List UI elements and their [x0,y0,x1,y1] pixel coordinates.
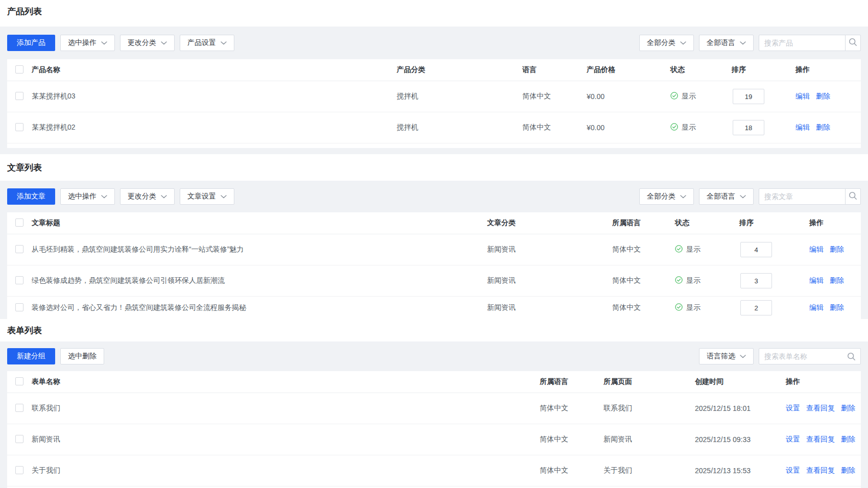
col-header-actions: 操作 [784,377,861,386]
row-checkbox[interactable] [15,404,23,412]
products-toolbar-right: 全部分类 全部语言 [639,35,861,51]
delete-link[interactable]: 删除 [830,245,844,254]
status-badge: 显示 [675,276,739,285]
change-category-dropdown[interactable]: 更改分类 [120,188,175,205]
category-filter-dropdown[interactable]: 全部分类 [639,188,694,205]
selected-action-dropdown[interactable]: 选中操作 [60,188,115,205]
chevron-down-icon [221,41,227,45]
delete-link[interactable]: 删除 [830,276,844,285]
row-checkbox[interactable] [15,276,23,284]
col-header-language: 所属语言 [612,218,675,228]
section-gap [0,148,868,154]
row-checkbox[interactable] [15,466,23,474]
language-filter-dropdown[interactable]: 全部语言 [699,35,754,51]
article-search-input[interactable] [759,188,846,205]
delete-link[interactable]: 删除 [830,303,844,312]
settings-link[interactable]: 设置 [786,404,800,413]
article-search-button[interactable] [845,188,861,205]
product-name: 某某搅拌机03 [32,92,397,101]
edit-link[interactable]: 编辑 [795,92,810,101]
row-checkbox[interactable] [15,303,23,311]
language-filter-dropdown[interactable]: 全部语言 [699,188,754,205]
col-header-status: 状态 [670,65,732,75]
form-language: 简体中文 [540,466,604,475]
edit-link[interactable]: 编辑 [809,276,824,285]
product-search-button[interactable] [845,35,861,51]
sort-input[interactable] [740,300,772,315]
products-table-header: 产品名称 产品分类 语言 产品价格 状态 排序 操作 [7,59,861,81]
row-actions: 编辑 删除 [795,245,861,254]
sort-input[interactable] [740,273,772,288]
articles-toolbar: 添加文章 选中操作 更改分类 文章设置 全部分类 全部语言 [0,181,868,212]
col-header-actions: 操作 [788,65,861,75]
edit-link[interactable]: 编辑 [795,123,810,132]
view-replies-link[interactable]: 查看回复 [806,466,835,475]
language-filter-dropdown[interactable]: 语言筛选 [699,348,754,364]
row-actions: 设置 查看回复 删除 [784,404,861,413]
edit-link[interactable]: 编辑 [809,245,824,254]
edit-link[interactable]: 编辑 [809,303,824,312]
delete-selected-label: 选中删除 [68,352,97,361]
article-language: 简体中文 [612,245,675,254]
row-checkbox[interactable] [15,92,23,100]
add-article-button[interactable]: 添加文章 [7,188,55,205]
col-header-title: 文章标题 [32,218,487,228]
check-circle-icon [675,276,683,285]
article-search [759,188,861,205]
product-language: 简体中文 [522,92,587,101]
form-name: 关于我们 [32,466,540,475]
change-category-dropdown[interactable]: 更改分类 [120,35,175,51]
add-product-button[interactable]: 添加产品 [7,35,55,51]
delete-link[interactable]: 删除 [841,435,855,444]
articles-section: 文章列表 添加文章 选中操作 更改分类 文章设置 全部分类 全部语 [0,154,868,319]
change-category-label: 更改分类 [128,38,156,47]
selected-action-dropdown[interactable]: 选中操作 [60,35,115,51]
article-title: 绿色装修成趋势，鼎筑空间建筑装修公司引领环保人居新潮流 [32,276,487,285]
col-header-category: 文章分类 [487,218,612,228]
product-settings-dropdown[interactable]: 产品设置 [180,35,234,51]
status-badge: 显示 [675,245,739,254]
article-category: 新闻资讯 [487,303,612,312]
chevron-down-icon [161,41,167,45]
delete-link[interactable]: 删除 [841,404,855,413]
sort-input[interactable] [740,242,772,257]
delete-link[interactable]: 删除 [816,92,830,101]
status-label: 显示 [686,245,701,254]
settings-link[interactable]: 设置 [786,466,800,475]
view-replies-link[interactable]: 查看回复 [806,404,835,413]
view-replies-link[interactable]: 查看回复 [806,435,835,444]
sort-input[interactable] [733,89,764,104]
delete-link[interactable]: 删除 [841,466,855,475]
new-group-button[interactable]: 新建分组 [7,348,55,364]
select-all-checkbox[interactable] [15,377,23,385]
settings-link[interactable]: 设置 [786,435,800,444]
forms-toolbar-left: 新建分组 选中删除 [7,348,104,364]
article-category: 新闻资讯 [487,245,612,254]
chevron-down-icon [680,195,686,199]
search-icon [849,191,857,202]
row-checkbox[interactable] [15,123,23,131]
select-all-checkbox[interactable] [15,65,23,74]
form-page: 联系我们 [604,404,695,413]
delete-link[interactable]: 删除 [816,123,830,132]
select-all-checkbox[interactable] [15,218,23,227]
selected-action-label: 选中操作 [68,38,97,47]
form-search-input[interactable] [759,348,861,364]
row-checkbox[interactable] [15,245,23,253]
products-section: 产品列表 添加产品 选中操作 更改分类 产品设置 全部分类 全部语 [0,0,868,148]
forms-toolbar: 新建分组 选中删除 语言筛选 [0,341,868,371]
search-icon [849,38,857,48]
table-row: 新闻资讯 简体中文 新闻资讯 2025/12/15 09:33 设置 查看回复 … [7,424,861,455]
row-checkbox[interactable] [15,435,23,443]
row-actions: 编辑 删除 [788,123,861,132]
category-filter-dropdown[interactable]: 全部分类 [639,35,694,51]
selected-action-label: 选中操作 [68,192,97,201]
product-search-input[interactable] [759,35,846,51]
sort-input[interactable] [733,120,764,135]
delete-selected-button[interactable]: 选中删除 [60,348,104,364]
search-icon[interactable] [847,352,856,362]
products-title-band: 产品列表 [0,0,868,27]
articles-toolbar-right: 全部分类 全部语言 [639,188,861,205]
products-toolbar-left: 添加产品 选中操作 更改分类 产品设置 [7,35,234,51]
article-settings-dropdown[interactable]: 文章设置 [180,188,234,205]
